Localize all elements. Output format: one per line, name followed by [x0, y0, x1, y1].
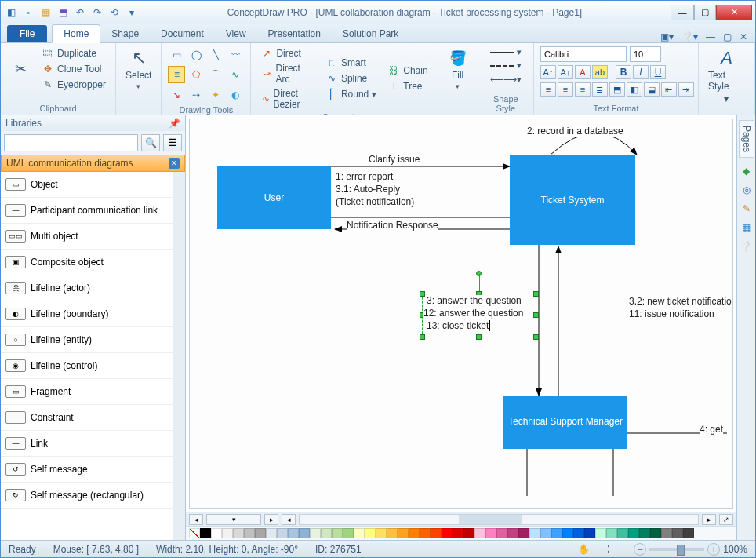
freehand-tool[interactable]: ∿ — [227, 66, 244, 83]
help-icon[interactable]: ❔ — [740, 241, 752, 252]
color-swatch[interactable] — [463, 528, 474, 538]
close-icon[interactable]: ✕ — [169, 158, 180, 169]
tree-button[interactable]: ⊥Tree — [384, 79, 425, 93]
library-options-icon[interactable]: ☰ — [163, 134, 182, 151]
color-swatch[interactable] — [255, 528, 266, 538]
font-shrink-button[interactable]: A↓ — [558, 65, 573, 79]
color-swatch[interactable] — [277, 528, 288, 538]
duplicate-button[interactable]: ⿻Duplicate — [38, 46, 100, 60]
maximize-button[interactable]: ▢ — [694, 5, 716, 20]
color-swatch[interactable] — [442, 528, 453, 538]
color-swatch[interactable] — [650, 528, 661, 538]
select-button[interactable]: ↖Select▾ — [122, 46, 154, 92]
line-tool[interactable]: ╲ — [207, 46, 224, 64]
window-options-icon[interactable]: ▣▾ — [660, 31, 674, 42]
scroll-left-button[interactable]: ◂ — [282, 514, 296, 525]
callout-tool[interactable]: ◐ — [227, 86, 244, 104]
pin-icon[interactable]: 📌 — [169, 118, 180, 129]
color-swatch[interactable] — [485, 528, 496, 538]
color-swatch[interactable] — [398, 528, 409, 538]
tab-document[interactable]: Document — [150, 25, 215, 42]
zoom-out-button[interactable]: − — [634, 543, 646, 556]
color-swatch[interactable] — [365, 528, 376, 538]
color-swatch[interactable] — [562, 528, 573, 538]
canvas[interactable]: 2: record in a database User Ticket Sysy… — [189, 119, 733, 509]
smart-button[interactable]: ⎍Smart — [322, 56, 369, 70]
color-swatch[interactable] — [310, 528, 321, 538]
bold-button[interactable]: B — [616, 65, 631, 79]
color-swatch[interactable] — [387, 528, 398, 538]
minimize-button[interactable]: — — [671, 5, 694, 20]
align-justify-button[interactable]: ≣ — [592, 82, 608, 97]
polygon-tool[interactable]: ⬠ — [187, 66, 205, 83]
color-swatch[interactable] — [453, 528, 463, 538]
page-prev-button[interactable]: ◂ — [189, 514, 203, 525]
list-item[interactable]: ↺Self message — [1, 457, 173, 483]
color-swatch[interactable] — [683, 528, 694, 538]
text-style-button[interactable]: AText Style▾ — [705, 46, 748, 106]
color-swatch[interactable] — [343, 528, 354, 538]
no-fill-swatch[interactable] — [189, 528, 200, 538]
color-swatch[interactable] — [211, 528, 222, 538]
color-swatch[interactable] — [332, 528, 343, 538]
scroll-right-button[interactable]: ▸ — [702, 514, 716, 525]
color-swatch[interactable] — [244, 528, 255, 538]
color-swatch[interactable] — [321, 528, 332, 538]
text-tool[interactable]: ≡ — [168, 66, 185, 83]
file-tab[interactable]: File — [7, 25, 47, 42]
color-swatch[interactable] — [529, 528, 540, 538]
valign-bot-button[interactable]: ⬓ — [644, 82, 660, 97]
direct-button[interactable]: ↗Direct — [257, 46, 303, 60]
connector-tool[interactable]: ⇢ — [187, 86, 205, 104]
close-button[interactable]: ✕ — [716, 5, 752, 20]
color-swatch[interactable] — [299, 528, 310, 538]
color-swatch[interactable] — [431, 528, 442, 538]
color-swatch[interactable] — [551, 528, 562, 538]
curve-tool[interactable]: 〰 — [227, 46, 244, 64]
italic-button[interactable]: I — [633, 65, 649, 79]
node-user[interactable]: User — [217, 166, 331, 229]
font-color-button[interactable]: A — [575, 65, 591, 79]
color-swatch[interactable] — [376, 528, 387, 538]
qat-open-icon[interactable]: ▦ — [38, 5, 53, 20]
list-item[interactable]: —Constraint — [1, 405, 173, 431]
tab-solution-park[interactable]: Solution Park — [332, 25, 409, 42]
pan-icon[interactable]: ✋ — [578, 544, 590, 555]
direct-bezier-button[interactable]: ∿Direct Bezier — [257, 87, 317, 111]
color-swatch[interactable] — [573, 528, 584, 538]
list-item[interactable]: —Link — [1, 431, 173, 457]
color-swatch[interactable] — [606, 528, 617, 538]
color-swatch[interactable] — [617, 528, 628, 538]
arrow-style-button[interactable]: ⟵⟶▾ — [487, 73, 525, 86]
arc-tool[interactable]: ⌒ — [207, 66, 224, 83]
help-icon[interactable]: ❔▾ — [681, 31, 698, 42]
tab-home[interactable]: Home — [52, 24, 100, 43]
zoom-in-button[interactable]: + — [707, 543, 720, 556]
color-swatch[interactable] — [518, 528, 529, 538]
color-swatch[interactable] — [222, 528, 233, 538]
round-button[interactable]: ⎡Round▾ — [322, 87, 380, 101]
highlight-button[interactable]: ab — [592, 65, 608, 79]
pages-panel-tab[interactable]: Pages — [739, 120, 754, 158]
chain-button[interactable]: ⛓Chain — [384, 64, 431, 78]
indent-right-button[interactable]: ⇥ — [678, 82, 694, 97]
font-grow-button[interactable]: A↑ — [540, 65, 556, 79]
list-item[interactable]: ▭Object — [1, 172, 173, 198]
library-search-input[interactable] — [4, 134, 138, 151]
color-swatch[interactable] — [661, 528, 672, 538]
qat-refresh-icon[interactable]: ⟲ — [107, 5, 122, 20]
cut-button[interactable]: ✂ — [7, 57, 34, 81]
valign-top-button[interactable]: ⬒ — [609, 82, 625, 97]
rect-tool[interactable]: ▭ — [168, 46, 185, 64]
color-swatch[interactable] — [584, 528, 595, 538]
spline-button[interactable]: ∿Spline — [322, 71, 370, 86]
list-item[interactable]: ▭Fragment — [1, 379, 173, 405]
node-ticket-system[interactable]: Ticket Sysytem — [510, 155, 635, 245]
color-swatch[interactable] — [496, 528, 507, 538]
color-swatch[interactable] — [288, 528, 299, 538]
valign-mid-button[interactable]: ◧ — [627, 82, 642, 97]
tool-icon[interactable]: ◎ — [743, 184, 751, 195]
indent-left-button[interactable]: ⇤ — [661, 82, 677, 97]
fill-button[interactable]: 🪣Fill▾ — [445, 46, 471, 92]
align-center-button[interactable]: ≡ — [558, 82, 573, 97]
